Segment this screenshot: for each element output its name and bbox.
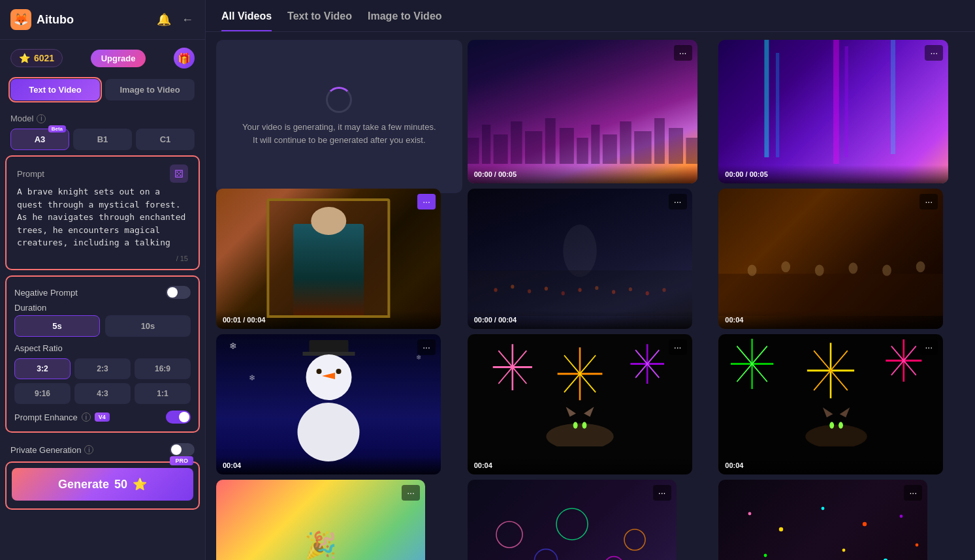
video-card-2[interactable]: ··· 00:00 / 00:05 bbox=[468, 40, 697, 183]
svg-point-110 bbox=[764, 554, 767, 557]
aspect-3-2-button[interactable]: 3:2 bbox=[14, 358, 71, 379]
video-card-3[interactable]: ··· 00:00 / 00:05 bbox=[718, 40, 948, 183]
svg-marker-97 bbox=[840, 407, 850, 417]
aspect-16-9-button[interactable]: 16:9 bbox=[135, 358, 191, 379]
model-c1-button[interactable]: C1 bbox=[136, 129, 195, 150]
beta-badge: Beta bbox=[48, 125, 66, 132]
video-card-11[interactable]: ··· bbox=[468, 480, 677, 560]
video-card-12[interactable]: ··· bbox=[718, 480, 927, 560]
back-arrow-icon[interactable]: ← bbox=[180, 12, 195, 28]
svg-rect-4 bbox=[525, 131, 542, 164]
aspect-1-1-button[interactable]: 1:1 bbox=[135, 383, 191, 404]
prompt-textarea[interactable]: A brave knight sets out on a quest throu… bbox=[17, 185, 188, 251]
credits-badge: ⭐ 6021 bbox=[10, 49, 63, 67]
svg-rect-15 bbox=[765, 40, 769, 157]
video-time-5: 00:00 / 00:04 bbox=[474, 316, 517, 324]
svg-rect-14 bbox=[686, 138, 697, 164]
svg-point-105 bbox=[748, 512, 752, 516]
duration-label: Duration bbox=[14, 303, 191, 313]
svg-point-114 bbox=[916, 544, 919, 547]
svg-marker-96 bbox=[823, 407, 833, 417]
svg-marker-67 bbox=[584, 407, 594, 416]
app-name: Aitubo bbox=[37, 13, 74, 27]
svg-line-92 bbox=[904, 360, 916, 375]
text-to-video-mode-button[interactable]: Text to Video bbox=[10, 79, 100, 101]
model-info-icon[interactable]: i bbox=[37, 114, 46, 123]
tab-image-to-video[interactable]: Image to Video bbox=[368, 10, 442, 31]
video-card-9[interactable]: ··· 00:04 bbox=[718, 334, 943, 474]
video-card-5[interactable]: ··· 00:00 / 00:04 bbox=[468, 189, 692, 329]
svg-line-85 bbox=[814, 371, 831, 390]
svg-point-64 bbox=[546, 424, 613, 446]
more-options-button[interactable]: ··· bbox=[674, 45, 692, 61]
notification-bell-icon[interactable]: 🔔 bbox=[155, 11, 172, 28]
random-prompt-button[interactable]: ⚄ bbox=[170, 164, 188, 183]
svg-point-106 bbox=[779, 527, 783, 531]
video-card-10[interactable]: ··· 🎉 bbox=[216, 480, 425, 560]
video-card-7[interactable]: ··· 00:04 ❄ ❄ ❄ bbox=[216, 334, 441, 474]
gift-button[interactable]: 🎁 bbox=[174, 48, 195, 69]
more-options-button-4[interactable]: ··· bbox=[417, 194, 436, 210]
svg-rect-12 bbox=[654, 118, 665, 164]
generate-credits: 50 bbox=[114, 478, 127, 491]
duration-10s-button[interactable]: 10s bbox=[105, 315, 191, 337]
image-to-video-mode-button[interactable]: Image to Video bbox=[105, 79, 195, 101]
svg-point-104 bbox=[604, 557, 623, 560]
more-options-button-7[interactable]: ··· bbox=[417, 339, 436, 355]
model-b1-button[interactable]: B1 bbox=[73, 129, 132, 150]
tab-text-to-video[interactable]: Text to Video bbox=[287, 10, 352, 31]
private-generation-info-icon[interactable]: i bbox=[84, 445, 93, 454]
mode-buttons: Text to Video Image to Video bbox=[0, 76, 205, 108]
svg-rect-3 bbox=[511, 121, 522, 164]
aspect-2-3-button[interactable]: 2:3 bbox=[74, 358, 131, 379]
aspect-4-3-button[interactable]: 4:3 bbox=[74, 383, 131, 404]
svg-point-29 bbox=[612, 290, 615, 294]
pro-badge: PRO bbox=[170, 456, 193, 465]
video-overlay: 00:00 / 00:05 bbox=[468, 165, 697, 183]
video-time-7: 00:04 bbox=[223, 461, 241, 469]
video-overlay-8: 00:04 bbox=[468, 456, 692, 474]
more-options-button-5[interactable]: ··· bbox=[669, 194, 687, 210]
svg-point-24 bbox=[528, 289, 531, 293]
svg-point-99 bbox=[839, 422, 843, 429]
svg-point-26 bbox=[561, 291, 564, 295]
model-buttons: A3 Beta B1 C1 bbox=[0, 126, 205, 155]
svg-rect-16 bbox=[776, 53, 779, 157]
prompt-enhance-toggle[interactable] bbox=[166, 411, 191, 424]
svg-line-45 bbox=[498, 350, 513, 367]
svg-rect-10 bbox=[620, 121, 631, 164]
svg-line-93 bbox=[891, 360, 904, 375]
video-card-6[interactable]: ··· 00:04 bbox=[718, 189, 943, 329]
loading-spinner bbox=[326, 87, 352, 113]
video-card-generating[interactable]: Your video is generating, it may take a … bbox=[216, 40, 462, 193]
video-time-4: 00:01 / 00:04 bbox=[223, 316, 265, 324]
credits-row: ⭐ 6021 Upgrade 🎁 bbox=[0, 40, 205, 76]
video-card-4[interactable]: ··· 00:01 / 00:04 bbox=[216, 189, 441, 329]
star-icon-generate: ⭐ bbox=[133, 477, 147, 491]
svg-line-47 bbox=[498, 367, 513, 384]
svg-line-83 bbox=[814, 350, 831, 370]
svg-rect-18 bbox=[845, 46, 848, 157]
svg-line-61 bbox=[635, 350, 647, 364]
model-a3-button[interactable]: A3 Beta bbox=[10, 129, 69, 150]
video-card-8[interactable]: ··· 00:04 bbox=[468, 334, 692, 474]
aspect-9-16-button[interactable]: 9:16 bbox=[14, 383, 71, 404]
more-options-button-6[interactable]: ··· bbox=[919, 194, 938, 210]
generate-button[interactable]: Generate 50 ⭐ bbox=[12, 468, 193, 501]
main-content: All Videos Text to Video Image to Video … bbox=[206, 0, 975, 560]
svg-rect-2 bbox=[493, 134, 507, 164]
prompt-enhance-info-icon[interactable]: i bbox=[82, 412, 91, 422]
prompt-enhance-left: Prompt Enhance i V4 bbox=[14, 412, 110, 422]
more-options-button-10[interactable]: ··· bbox=[402, 485, 420, 501]
duration-5s-button[interactable]: 5s bbox=[14, 315, 100, 337]
logo-icon: 🦊 bbox=[10, 9, 31, 30]
tab-all-videos[interactable]: All Videos bbox=[221, 10, 272, 31]
svg-point-69 bbox=[582, 422, 586, 429]
negative-prompt-toggle[interactable] bbox=[166, 286, 191, 299]
upgrade-button[interactable]: Upgrade bbox=[91, 50, 146, 67]
private-generation-toggle[interactable] bbox=[170, 443, 195, 456]
video-time-9: 00:04 bbox=[725, 461, 743, 469]
credits-value: 6021 bbox=[34, 53, 54, 63]
svg-point-28 bbox=[595, 286, 598, 290]
sidebar: 🦊 Aitubo 🔔 ← ⭐ 6021 Upgrade 🎁 Text to Vi… bbox=[0, 0, 206, 560]
